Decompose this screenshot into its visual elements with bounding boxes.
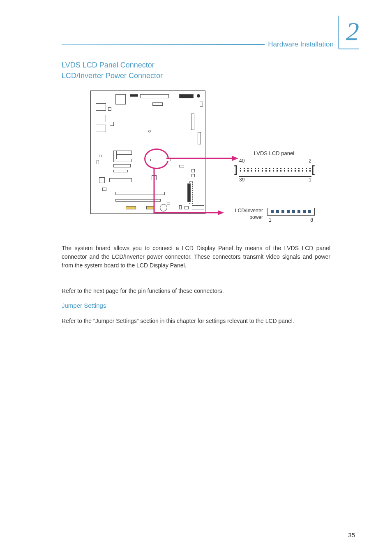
section-title-lvds: LVDS LCD Panel Connector [62, 61, 154, 70]
lcdinv-pin-1: 1 [269, 217, 272, 223]
lvds-pin-40: 40 [239, 158, 244, 164]
lvds-pin-2: 2 [309, 158, 311, 164]
header-bar: Hardware Installation [62, 41, 339, 48]
paragraph-3: Refer to the “Jumper Settings” section i… [62, 317, 330, 325]
lcdinv-connector-box [267, 208, 315, 216]
lcdinv-connector-callout: LCD/Inverter power 1 8 [222, 208, 315, 223]
chapter-number: 2 [346, 16, 359, 47]
header-gradient-line [62, 44, 265, 45]
lvds-pin-row-bottom [239, 170, 311, 172]
lcdinv-label-line1: LCD/Inverter [235, 208, 263, 214]
bracket-right-icon: [ [311, 164, 316, 175]
lvds-label: LVDS LCD panel [234, 150, 316, 156]
paragraph-1: The system board allows you to connect a… [62, 244, 330, 270]
lcdinv-label-line2: power [249, 214, 263, 220]
page-number: 35 [348, 531, 355, 538]
paragraph-2: Refer to the next page for the pin funct… [62, 287, 330, 295]
lvds-connector-callout: LVDS LCD panel 40 2 ] [ 39 1 [234, 150, 316, 183]
lcdinv-pin-8: 8 [310, 217, 313, 223]
chapter-underline [339, 49, 359, 49]
bracket-left-icon: ] [234, 164, 239, 175]
lvds-pin-39: 39 [239, 177, 244, 183]
motherboard-outline [90, 91, 205, 214]
lvds-pin-1: 1 [309, 177, 311, 183]
section-title-lcdinv: LCD/Inverter Power Connector [62, 72, 163, 80]
header-title: Hardware Installation [265, 40, 339, 49]
subsection-jumper-settings: Jumper Settings [62, 302, 106, 309]
lcdinv-label: LCD/Inverter power [222, 208, 263, 220]
board-diagram: LVDS LCD panel 40 2 ] [ 39 1 [90, 91, 316, 230]
